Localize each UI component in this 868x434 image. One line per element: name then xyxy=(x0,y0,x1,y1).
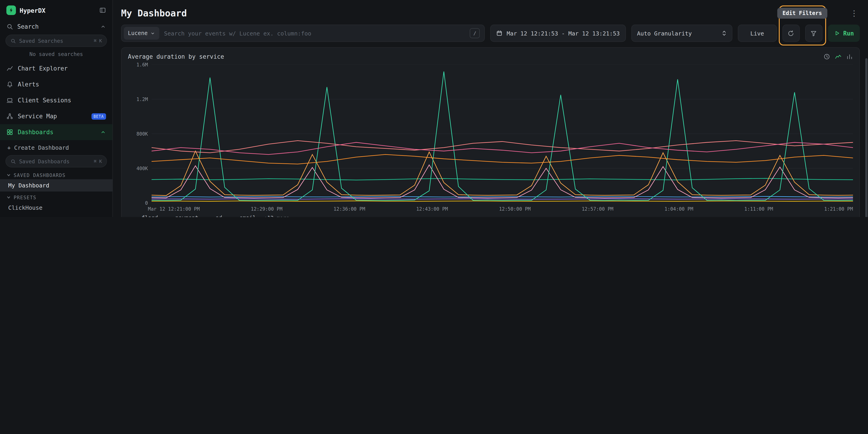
sidebar: HyperDX Search Saved Searches ⌘ K No sav… xyxy=(0,0,113,217)
sidebar-item-label: Dashboards xyxy=(18,129,54,136)
legend-item-flagd[interactable]: flagd xyxy=(132,215,158,217)
series-line xyxy=(152,165,853,198)
play-icon xyxy=(834,30,840,36)
y-axis-labels: 1.6M1.2M800K400K0 xyxy=(128,65,152,203)
group-label-text: PRESETS xyxy=(14,195,36,200)
query-language-value: Lucene xyxy=(128,30,148,36)
live-label: Live xyxy=(750,30,764,37)
no-saved-searches-text: No saved searches xyxy=(0,49,113,61)
saved-searches-placeholder: Saved Searches xyxy=(19,37,63,44)
x-axis-tick: Mar 12 12:21:00 PM xyxy=(148,206,200,211)
dashboard-toolbar: Lucene Search your events w/ Lucene ex. … xyxy=(121,25,860,42)
series-line xyxy=(152,199,853,199)
series-line-email xyxy=(152,151,853,196)
x-axis-labels: Mar 12 12:21:00 PM12:29:00 PM12:36:00 PM… xyxy=(148,206,853,211)
sidebar-item-label: Client Sessions xyxy=(18,97,71,104)
sidebar-item-label: Alerts xyxy=(18,81,39,88)
search-icon xyxy=(10,38,16,43)
legend-label: payment xyxy=(175,215,198,217)
service-map-icon xyxy=(6,113,13,120)
chart-explorer-icon xyxy=(6,65,13,72)
refresh-icon xyxy=(787,30,794,37)
x-axis-tick: 12:29:00 PM xyxy=(251,206,282,211)
run-button[interactable]: Run xyxy=(828,25,860,42)
legend-item-payment[interactable]: payment xyxy=(166,215,198,217)
saved-dashboards-input[interactable]: Saved Dashboards ⌘ K xyxy=(5,155,107,167)
chart-legend: flagdpaymentademail+12 more xyxy=(132,215,853,217)
laptop-icon xyxy=(6,97,13,104)
x-axis-tick: 1:21:00 PM xyxy=(824,206,853,211)
live-button[interactable]: Live xyxy=(738,25,777,42)
filter-funnel-icon xyxy=(810,30,817,37)
run-label: Run xyxy=(843,30,854,37)
series-line-payment xyxy=(152,71,853,200)
sidebar-item-label: Chart Explorer xyxy=(18,65,68,72)
series-line-flagd xyxy=(152,142,853,155)
group-label-text: SAVED DASHBOARDS xyxy=(14,172,66,178)
time-range-value: Mar 12 12:21:53 - Mar 12 13:21:53 xyxy=(506,30,620,37)
app-root: HyperDX Search Saved Searches ⌘ K No sav… xyxy=(0,0,868,217)
filter-button[interactable] xyxy=(805,25,822,42)
sidebar-section-search[interactable]: Search xyxy=(0,20,113,34)
sidebar-item-service-map[interactable]: Service Map BETA xyxy=(0,108,113,124)
main-content: My Dashboard ⋮ Lucene Search your events… xyxy=(113,0,868,217)
chevron-down-icon xyxy=(6,195,11,200)
series-line xyxy=(152,201,853,201)
sidebar-item-client-sessions[interactable]: Client Sessions xyxy=(0,92,113,108)
chart-canvas[interactable] xyxy=(152,65,853,203)
x-axis-tick: 12:43:00 PM xyxy=(416,206,448,211)
search-placeholder: Search your events w/ Lucene ex. column:… xyxy=(164,30,465,37)
create-dashboard-button[interactable]: + Create Dashboard xyxy=(0,140,113,154)
page-title: My Dashboard xyxy=(121,8,187,19)
sidebar-item-dashboards[interactable]: Dashboards xyxy=(0,124,113,140)
keyboard-shortcut: ⌘ K xyxy=(94,38,102,43)
sidebar-dashboard-my-dashboard[interactable]: My Dashboard xyxy=(0,179,113,192)
logo-row: HyperDX xyxy=(0,0,113,20)
sidebar-preset-clickhouse[interactable]: ClickHouse xyxy=(0,202,113,214)
scrollbar-thumb[interactable] xyxy=(865,58,868,217)
series-line xyxy=(152,196,853,197)
sidebar-preset-services[interactable]: Services xyxy=(0,214,113,217)
x-axis-tick: 12:36:00 PM xyxy=(334,206,365,211)
event-search-input[interactable]: Lucene Search your events w/ Lucene ex. … xyxy=(121,25,485,42)
legend-item-ad[interactable]: ad xyxy=(207,215,222,217)
beta-badge: BETA xyxy=(91,113,106,120)
bell-icon xyxy=(6,81,13,88)
legend-label: flagd xyxy=(142,215,158,217)
sidebar-item-alerts[interactable]: Alerts xyxy=(0,76,113,92)
more-menu-icon[interactable]: ⋮ xyxy=(848,9,860,18)
group-presets[interactable]: PRESETS xyxy=(0,192,113,202)
chevron-up-icon xyxy=(100,24,106,30)
legend-label: ad xyxy=(216,215,222,217)
legend-item-email[interactable]: email xyxy=(230,215,256,217)
search-icon xyxy=(6,23,13,30)
saved-searches-input[interactable]: Saved Searches ⌘ K xyxy=(5,35,107,47)
slash-shortcut-badge: / xyxy=(470,28,480,38)
chevron-up-icon xyxy=(100,129,106,135)
legend-more-link[interactable]: +12 more xyxy=(264,215,289,217)
search-section-label: Search xyxy=(17,23,39,30)
bar-chart-icon[interactable] xyxy=(846,53,853,60)
filters-button-group: Edit Filters xyxy=(782,25,822,42)
sidebar-item-chart-explorer[interactable]: Chart Explorer xyxy=(0,61,113,76)
chevron-down-icon xyxy=(6,173,11,177)
calendar-icon xyxy=(496,30,502,36)
series-line xyxy=(152,155,853,164)
collapse-sidebar-icon[interactable] xyxy=(99,7,106,14)
legend-label: email xyxy=(240,215,256,217)
time-icon[interactable] xyxy=(824,53,830,60)
query-language-select[interactable]: Lucene xyxy=(124,27,159,40)
x-axis-tick: 1:11:00 PM xyxy=(744,206,773,211)
group-saved-dashboards[interactable]: SAVED DASHBOARDS xyxy=(0,169,113,179)
saved-dashboards-placeholder: Saved Dashboards xyxy=(19,158,70,164)
granularity-select[interactable]: Auto Granularity xyxy=(631,25,732,42)
refresh-button[interactable] xyxy=(782,25,800,42)
chevron-down-icon xyxy=(150,31,155,36)
sidebar-item-label: Service Map xyxy=(18,113,57,120)
dashboard-tile-average-duration: Average duration by service 1.6M1.2M800K… xyxy=(121,47,860,217)
series-line-ad xyxy=(152,141,853,153)
tile-title: Average duration by service xyxy=(128,53,224,60)
line-chart-icon[interactable] xyxy=(835,53,842,60)
dashboards-grid-icon xyxy=(6,129,13,136)
time-range-picker[interactable]: Mar 12 12:21:53 - Mar 12 13:21:53 xyxy=(490,25,626,42)
